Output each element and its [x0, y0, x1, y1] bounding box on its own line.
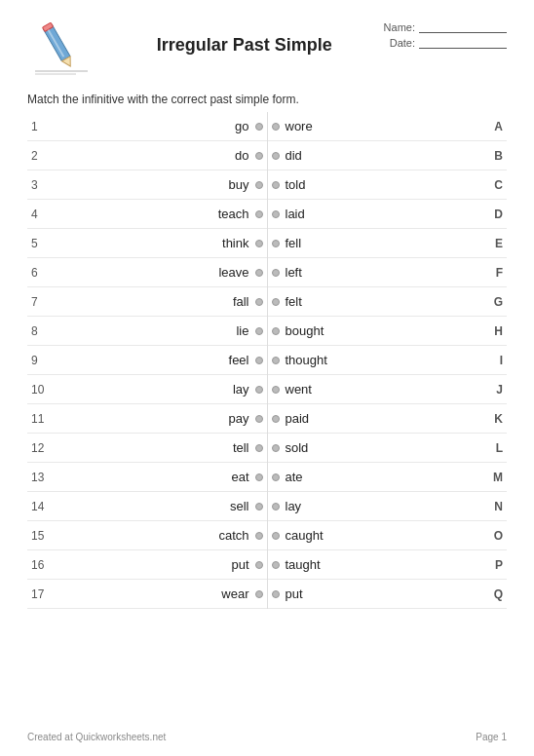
answer-letter: K [487, 412, 503, 426]
left-row: 14sell [27, 492, 267, 521]
row-number: 1 [31, 120, 53, 133]
left-row: 7fall [27, 287, 267, 317]
connector-dot[interactable] [272, 123, 280, 131]
row-number: 17 [31, 587, 53, 601]
left-row: 11pay [27, 404, 267, 434]
connector-dot[interactable] [255, 152, 263, 160]
row-number: 7 [31, 295, 53, 309]
connector-dot[interactable] [272, 357, 280, 364]
connector-dot[interactable] [255, 444, 263, 452]
answer-letter: E [487, 237, 503, 250]
connector-dot[interactable] [272, 444, 280, 452]
connector-dot[interactable] [255, 503, 263, 510]
date-field[interactable] [419, 37, 507, 49]
right-row: woreA [268, 112, 508, 141]
connector-dot[interactable] [272, 327, 280, 335]
connector-dot[interactable] [272, 415, 280, 423]
connector-dot[interactable] [255, 415, 263, 423]
past-simple-word: paid [286, 411, 488, 426]
infinitive-word: pay [53, 411, 255, 426]
connector-dot[interactable] [255, 181, 263, 189]
connector-dot[interactable] [255, 561, 263, 569]
answer-letter: H [487, 324, 503, 338]
left-row: 13eat [27, 463, 267, 492]
answer-letter: O [487, 529, 503, 543]
instruction: Match the infinitive with the correct pa… [27, 93, 507, 106]
right-row: toldC [268, 170, 508, 200]
infinitive-word: eat [53, 470, 255, 484]
name-line: Name: [384, 21, 507, 33]
infinitive-word: lie [53, 323, 255, 338]
left-row: 16put [27, 550, 267, 580]
connector-dot[interactable] [255, 240, 263, 247]
right-row: caughtO [268, 521, 508, 550]
left-row: 15catch [27, 521, 267, 550]
past-simple-word: left [286, 265, 488, 280]
connector-dot[interactable] [272, 210, 280, 218]
page-title: Irregular Past Simple [105, 35, 384, 56]
connector-dot[interactable] [272, 473, 280, 481]
answer-letter: B [487, 149, 503, 163]
past-simple-word: lay [286, 499, 488, 513]
row-number: 2 [31, 149, 53, 163]
infinitive-word: fall [53, 294, 255, 309]
past-simple-word: ate [286, 470, 488, 484]
past-simple-word: did [286, 148, 488, 163]
date-label: Date: [390, 37, 415, 49]
connector-dot[interactable] [272, 240, 280, 247]
connector-dot[interactable] [255, 386, 263, 394]
infinitive-word: tell [53, 440, 255, 455]
connector-dot[interactable] [255, 269, 263, 277]
left-row: 6leave [27, 258, 267, 287]
past-simple-word: laid [286, 207, 488, 221]
past-simple-word: thought [286, 353, 488, 367]
name-label: Name: [384, 21, 415, 33]
footer: Created at Quickworksheets.net Page 1 [27, 732, 507, 742]
connector-dot[interactable] [272, 532, 280, 540]
footer-left: Created at Quickworksheets.net [27, 732, 166, 742]
page: Irregular Past Simple Name: Date: Match … [0, 0, 534, 756]
right-row: fellE [268, 229, 508, 258]
connector-dot[interactable] [272, 269, 280, 277]
answer-letter: I [487, 354, 503, 367]
left-row: 1go [27, 112, 267, 141]
connector-dot[interactable] [272, 152, 280, 160]
connector-dot[interactable] [255, 123, 263, 131]
row-number: 8 [31, 324, 53, 338]
connector-dot[interactable] [272, 503, 280, 510]
connector-dot[interactable] [272, 386, 280, 394]
right-row: feltG [268, 287, 508, 317]
left-row: 10lay [27, 375, 267, 404]
connector-dot[interactable] [272, 298, 280, 306]
answer-letter: N [487, 500, 503, 513]
connector-dot[interactable] [255, 327, 263, 335]
past-simple-word: bought [286, 323, 488, 338]
connector-dot[interactable] [272, 561, 280, 569]
connector-dot[interactable] [255, 590, 263, 598]
right-row: ateM [268, 463, 508, 492]
row-number: 13 [31, 471, 53, 484]
answer-letter: G [487, 295, 503, 309]
past-simple-word: taught [286, 557, 488, 572]
name-field[interactable] [419, 21, 507, 33]
past-simple-word: felt [286, 294, 488, 309]
right-row: laidD [268, 200, 508, 229]
answer-letter: L [487, 441, 503, 455]
right-row: paidK [268, 404, 508, 434]
connector-dot[interactable] [272, 590, 280, 598]
connector-dot[interactable] [255, 210, 263, 218]
answer-letter: J [487, 383, 503, 397]
connector-dot[interactable] [255, 473, 263, 481]
connector-dot[interactable] [255, 298, 263, 306]
row-number: 15 [31, 529, 53, 543]
connector-dot[interactable] [272, 181, 280, 189]
infinitive-word: catch [53, 528, 255, 543]
infinitive-word: think [53, 236, 255, 250]
connector-dot[interactable] [255, 357, 263, 364]
infinitive-word: wear [53, 586, 255, 601]
connector-dot[interactable] [255, 532, 263, 540]
row-number: 11 [31, 412, 53, 426]
answer-letter: C [487, 178, 503, 192]
row-number: 10 [31, 383, 53, 397]
answer-letter: M [487, 471, 503, 484]
